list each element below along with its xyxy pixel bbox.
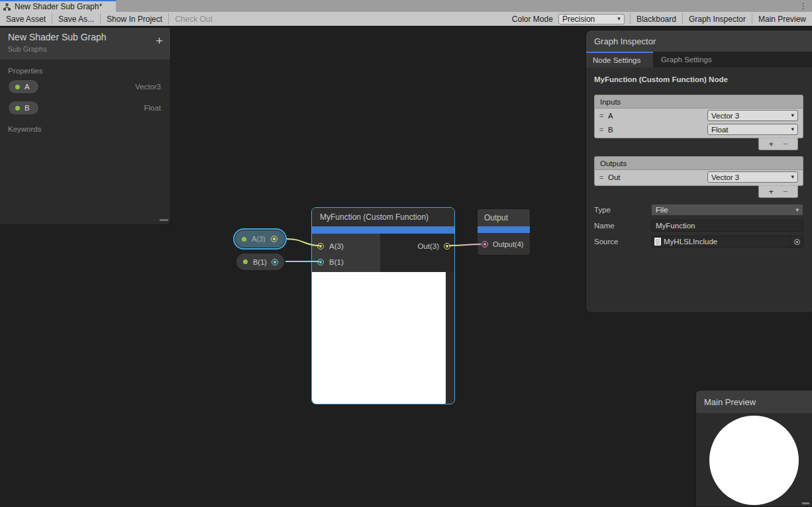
save-asset-button[interactable]: Save Asset xyxy=(0,12,52,26)
property-node-b[interactable]: B(1) xyxy=(236,253,285,271)
blackboard-panel: New Shader Sub Graph Sub Graphs + Proper… xyxy=(0,27,171,225)
tab-new-shader-sub-graph[interactable]: New Shader Sub Graph* xyxy=(0,0,116,12)
show-in-project-button[interactable]: Show In Project xyxy=(101,12,168,26)
main-preview-panel: Main Preview xyxy=(695,390,812,507)
graph-inspector-toggle-button[interactable]: Graph Inspector xyxy=(683,12,752,26)
exposed-dot-icon xyxy=(242,237,246,242)
graph-inspector-title[interactable]: Graph Inspector xyxy=(586,30,812,52)
input-port-row-a: A(3) xyxy=(312,238,380,254)
property-node-label: A(3) xyxy=(252,235,266,243)
input-name: A xyxy=(608,112,613,120)
property-pill-a[interactable]: A xyxy=(8,79,39,94)
main-preview-toggle-button[interactable]: Main Preview xyxy=(752,12,812,26)
source-object-field[interactable]: MyHLSLInclude xyxy=(651,236,803,248)
node-input-ports: A(3) B(1) xyxy=(312,234,380,272)
blackboard-subtitle: Sub Graphs xyxy=(8,45,162,53)
output-port-row: Output(4) xyxy=(478,233,530,255)
inputs-row-b[interactable]: = B Float ▾ xyxy=(595,122,803,136)
add-output-button[interactable]: + xyxy=(768,187,774,197)
check-out-button: Check Out xyxy=(169,12,219,26)
file-icon xyxy=(654,238,661,246)
property-node-a[interactable]: A(3) xyxy=(233,228,287,250)
drag-handle-icon[interactable]: = xyxy=(599,126,608,134)
color-mode-value: Precision xyxy=(562,15,617,24)
type-dropdown[interactable]: File ▾ xyxy=(651,204,803,216)
port-label: Out(3) xyxy=(417,242,439,250)
name-input[interactable]: MyFunction xyxy=(651,220,803,232)
property-type: Float xyxy=(144,104,161,112)
window-tab-bar: New Shader Sub Graph* ⋮ xyxy=(0,0,812,12)
save-as-button[interactable]: Save As... xyxy=(52,12,100,26)
remove-input-button[interactable]: − xyxy=(783,139,788,149)
output-type-value: Vector 3 xyxy=(711,173,791,181)
type-label: Type xyxy=(594,206,651,214)
object-picker-icon xyxy=(794,239,800,245)
type-value: File xyxy=(656,206,795,214)
blackboard-resize-handle[interactable] xyxy=(160,219,168,221)
tab-node-settings[interactable]: Node Settings xyxy=(586,52,653,68)
property-name: B xyxy=(25,104,30,112)
property-row-a[interactable]: A Vector3 xyxy=(0,76,170,97)
inputs-row-a[interactable]: = A Vector 3 ▾ xyxy=(595,109,803,122)
port-label: Output(4) xyxy=(493,240,523,248)
output-port-vector3[interactable] xyxy=(444,243,450,250)
outputs-list: Outputs = Out Vector 3 ▾ + − xyxy=(594,156,803,186)
precision-color-strip xyxy=(478,226,530,233)
color-mode-dropdown[interactable]: Precision ▾ xyxy=(558,14,625,24)
input-port-float[interactable] xyxy=(317,259,324,265)
drag-handle-icon[interactable]: = xyxy=(599,112,608,120)
property-name: A xyxy=(25,83,30,91)
tab-graph-settings[interactable]: Graph Settings xyxy=(653,52,720,68)
inputs-list-header: Inputs xyxy=(595,95,803,109)
input-type-dropdown[interactable]: Vector 3 ▾ xyxy=(707,110,798,121)
output-node[interactable]: Output Output(4) xyxy=(477,208,531,255)
chevron-down-icon: ▾ xyxy=(617,16,621,22)
properties-section-label: Properties xyxy=(0,60,170,76)
selected-node-heading: MyFunction (Custom Function) Node xyxy=(594,75,803,83)
input-type-dropdown[interactable]: Float ▾ xyxy=(707,124,798,135)
inputs-list: Inputs = A Vector 3 ▾ = B Float xyxy=(594,95,803,138)
input-port-vector3[interactable] xyxy=(317,243,324,250)
property-pill-b[interactable]: B xyxy=(8,101,39,115)
tab-overflow-menu-icon[interactable]: ⋮ xyxy=(795,0,812,12)
source-value: MyHLSLInclude xyxy=(664,238,717,246)
tab-title: New Shader Sub Graph* xyxy=(15,2,102,11)
node-preview-area xyxy=(312,272,454,404)
chevron-down-icon: ▾ xyxy=(791,113,794,118)
remove-output-button[interactable]: − xyxy=(783,187,788,197)
chevron-down-icon: ▾ xyxy=(791,126,794,132)
output-port-float[interactable] xyxy=(272,259,278,265)
name-field-row: Name MyFunction xyxy=(594,220,803,232)
blackboard-title: New Shader Sub Graph xyxy=(8,32,162,42)
port-label: A(3) xyxy=(329,242,344,250)
input-port-vector4[interactable] xyxy=(482,241,488,248)
name-label: Name xyxy=(594,222,651,230)
node-title[interactable]: Output xyxy=(478,209,530,226)
inspector-tabs: Node Settings Graph Settings xyxy=(586,52,812,68)
source-label: Source xyxy=(594,238,651,246)
chevron-down-icon: ▾ xyxy=(791,174,794,180)
node-title[interactable]: MyFunction (Custom Function) xyxy=(312,208,454,226)
shader-sub-graph-icon xyxy=(3,3,11,11)
output-port-vector3[interactable] xyxy=(271,236,278,242)
property-row-b[interactable]: B Float xyxy=(0,97,170,118)
outputs-list-header: Outputs xyxy=(595,157,803,170)
output-type-dropdown[interactable]: Vector 3 ▾ xyxy=(707,171,798,183)
custom-function-node[interactable]: MyFunction (Custom Function) A(3) B(1) O… xyxy=(311,207,455,404)
graph-canvas[interactable]: New Shader Sub Graph Sub Graphs + Proper… xyxy=(0,26,812,507)
object-picker-button[interactable] xyxy=(790,236,803,247)
main-preview-viewport[interactable] xyxy=(696,413,812,506)
output-name: Out xyxy=(608,173,621,181)
input-type-value: Float xyxy=(711,126,791,134)
outputs-row-out[interactable]: = Out Vector 3 ▾ xyxy=(595,170,803,184)
add-input-button[interactable]: + xyxy=(768,139,774,149)
property-node-label: B(1) xyxy=(253,258,267,266)
blackboard-toggle-button[interactable]: Blackboard xyxy=(631,12,682,26)
main-preview-resize-handle[interactable] xyxy=(802,502,809,504)
precision-color-strip xyxy=(312,226,454,234)
add-property-button[interactable]: + xyxy=(156,34,163,47)
main-preview-title[interactable]: Main Preview xyxy=(696,391,812,413)
graph-toolbar: Save Asset Save As... Show In Project Ch… xyxy=(0,12,812,26)
drag-handle-icon[interactable]: = xyxy=(599,173,608,181)
chevron-down-icon: ▾ xyxy=(795,207,799,213)
